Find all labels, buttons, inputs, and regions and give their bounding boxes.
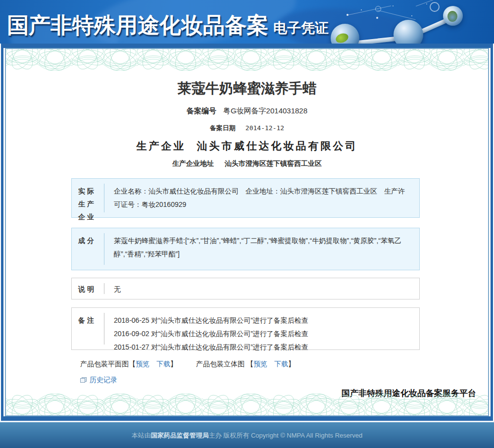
banner-main-title: 国产非特殊用途化妆品备案 [7,13,268,37]
record-number-value: 粤G妆网备字2014031828 [223,106,307,115]
bracket: 】 [170,360,177,368]
row-content: 莱蔻牛奶蜂蜜滋养手蜡:[“水”,“甘油”,“蜂蜡”,“丁二醇”,“蜂蜜提取物”,… [104,228,419,270]
record-number-line: 备案编号粤G妆网备字2014031828 [6,106,488,116]
record-date-label: 备案日期 [210,124,236,132]
molecule-sphere-icon [394,20,423,44]
packaging-flat-download-link[interactable]: 下载 [156,360,170,368]
packaging-stereo-label: 产品包装立体图 [196,360,245,368]
table-row-actual-manufacturer: 实 际 生 产 企 业 企业名称：汕头市威仕达化妆品有限公司 企业地址：汕头市澄… [71,178,420,218]
constellation-dots [346,14,348,16]
bracket: 】 [288,360,295,368]
remark-line: 2016-09-02 对“汕头市威仕达化妆品有限公司”进行了备案后检查 [114,327,411,341]
footer-org-name: 国家药品监督管理局 [151,432,209,439]
remark-line: 2018-06-25 对“汕头市威仕达化妆品有限公司”进行了备案后检查 [114,314,411,327]
packaging-flat-preview-link[interactable]: 预览 [136,360,149,368]
bubble-icon [375,6,381,12]
row-label: 说 明 [72,278,100,299]
record-number-label: 备案编号 [187,106,216,115]
page-title: 国产非特殊用途化妆品备案电子凭证 [7,11,329,40]
guilloche-bottom-border [6,394,488,415]
bracket: 【 [247,360,253,368]
row-content: 企业名称：汕头市威仕达化妆品有限公司 企业地址：汕头市澄海区莲下镇窖西工业区 生… [104,179,419,217]
row-content: 无 [104,278,419,299]
manufacturer-address-line: 生产企业地址汕头市澄海区莲下镇窖西工业区 [6,159,488,168]
packaging-stereo-download-link[interactable]: 下载 [274,360,288,368]
row-label: 备 注 [72,308,100,349]
bubble-icon [430,2,440,12]
history-windows-icon [80,377,87,383]
manufacturer-label: 生产企业 [137,140,186,152]
banner-subtitle: 电子凭证 [273,20,329,36]
certificate-panel: 莱蔻牛奶蜂蜜滋养手蜡 备案编号粤G妆网备字2014031828 备案日期2014… [5,48,489,416]
row-content: 2018-06-25 对“汕头市威仕达化妆品有限公司”进行了备案后检查 2016… [104,308,419,349]
footer-copyright: 本站由国家药品监督管理局主办 版权所有 Copyright © NMPA All… [0,422,494,440]
remark-line: 2015-01-27 对“汕头市威仕达化妆品有限公司”进行了备案后检查 [114,341,411,354]
row-label: 成 分 [72,228,100,270]
manufacturer-name: 汕头市威仕达化妆品有限公司 [197,140,358,152]
manufacturer-line: 生产企业汕头市威仕达化妆品有限公司 [6,139,488,153]
packaging-stereo-preview-link[interactable]: 预览 [253,360,267,368]
packaging-links-line: 产品包装平面图【预览下载】产品包装立体图 【预览下载】 [80,360,488,369]
table-row-ingredients: 成 分 莱蔻牛奶蜂蜜滋养手蜡:[“水”,“甘油”,“蜂蜡”,“丁二醇”,“蜂蜜提… [71,228,420,270]
row-label: 实 际 生 产 企 业 [72,179,100,217]
product-name: 莱蔻牛奶蜂蜜滋养手蜡 [6,79,488,98]
history-line: 历史记录 [80,376,488,385]
manufacturer-address-label: 生产企业地址 [172,159,214,167]
table-row-remarks: 备 注 2018-06-25 对“汕头市威仕达化妆品有限公司”进行了备案后检查 … [71,307,420,350]
guilloche-top-border [6,49,488,71]
history-record-link[interactable]: 历史记录 [90,376,117,384]
table-row-notes: 说 明 无 [71,278,420,299]
record-date-value: 2014-12-12 [246,124,284,132]
manufacturer-address-value: 汕头市澄海区莲下镇窖西工业区 [225,159,322,167]
molecule-sphere-icon [443,6,463,26]
footer: 本站由国家药品监督管理局主办 版权所有 Copyright © NMPA All… [0,421,494,448]
bracket: 【 [129,360,136,368]
footer-suffix: 主办 版权所有 Copyright © NMPA All Rights Rese… [209,432,363,439]
certificate-frame: 莱蔻牛奶蜂蜜滋养手蜡 备案编号粤G妆网备字2014031828 备案日期2014… [1,44,493,421]
record-date-line: 备案日期2014-12-12 [6,124,488,133]
footer-prefix: 本站由 [132,432,151,439]
banner: 国产非特殊用途化妆品备案电子凭证 [0,0,494,44]
packaging-flat-label: 产品包装平面图 [80,360,129,368]
